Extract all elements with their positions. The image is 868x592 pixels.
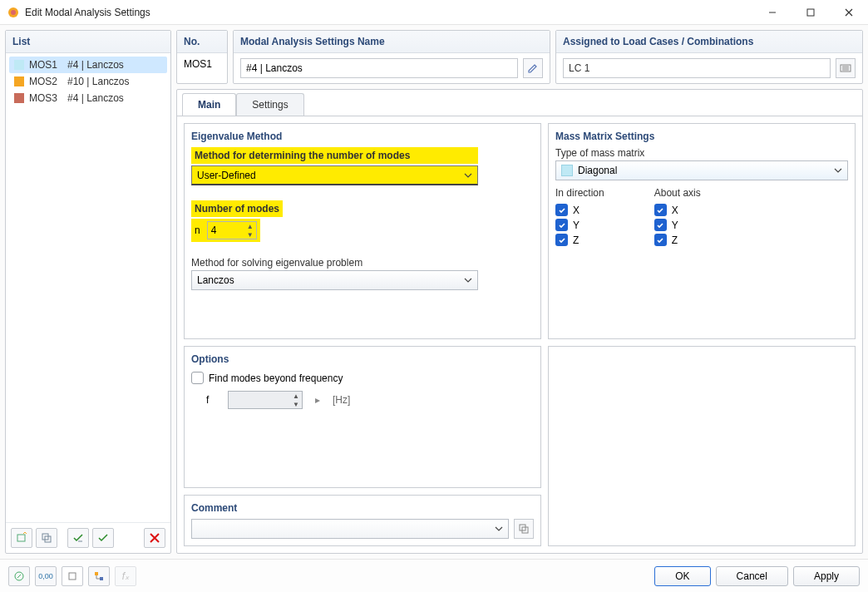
svg-rect-11 [95,572,98,575]
mass-type-select[interactable]: Diagonal [555,160,848,180]
chevron-down-icon [464,171,472,180]
maximize-button[interactable] [792,0,830,25]
check-all-button[interactable] [67,528,89,548]
help-button[interactable] [8,566,30,586]
apply-button[interactable]: Apply [793,566,860,586]
comment-section: Comment [184,495,541,546]
axis-y-checkbox[interactable] [654,219,667,231]
direction-label: In direction [555,187,604,199]
f-symbol: f [206,394,219,406]
list-header: List [6,31,170,53]
list-item-id: MOS2 [29,76,62,87]
axis-y: Y [672,220,678,231]
comment-select[interactable] [191,519,509,539]
tab-settings[interactable]: Settings [236,93,303,116]
spin-down[interactable]: ▼ [244,230,256,239]
find-modes-label: Find modes beyond frequency [209,372,343,384]
copy-item-button[interactable] [36,528,57,548]
no-label: No. [177,31,227,53]
list-item[interactable]: MOS1 #4 | Lanczos [9,57,167,73]
view-button[interactable] [62,566,83,586]
svg-rect-10 [69,573,76,580]
app-icon [7,6,20,19]
axis-x-checkbox[interactable] [654,204,667,216]
options-section: Options Find modes beyond frequency f ▲▼ [184,346,541,488]
name-input[interactable] [240,58,518,78]
method-value: User-Defined [197,170,256,181]
num-label: Number of modes [191,200,283,217]
play-icon: ▸ [311,391,324,409]
axis-label: About axis [654,187,701,199]
axis-z: Z [573,234,579,246]
mass-title: Mass Matrix Settings [555,131,848,142]
axis-z-checkbox[interactable] [654,234,667,246]
list-item[interactable]: MOS3 #4 | Lanczos [9,90,167,106]
num-symbol: n [195,224,200,236]
chevron-down-icon [495,525,503,533]
mass-type-value: Diagonal [578,165,617,176]
cancel-button[interactable]: Cancel [716,566,788,586]
solver-select[interactable]: Lanczos [191,270,478,290]
options-title: Options [191,353,534,365]
f-unit: [Hz] [333,394,350,406]
window-title: Edit Modal Analysis Settings [25,7,150,18]
list-toolbar [6,522,170,553]
svg-rect-2 [807,9,814,16]
list-items: MOS1 #4 | Lanczos MOS2 #10 | Lanczos MOS… [6,53,170,522]
axis-y: Y [573,220,579,231]
spin-up[interactable]: ▲ [244,222,256,230]
list-item-id: MOS1 [29,59,62,71]
delete-button[interactable] [144,528,165,548]
function-button[interactable]: fₓ [115,566,136,586]
chevron-down-icon [464,276,472,284]
dir-x-checkbox[interactable] [555,204,568,216]
check-button[interactable] [92,528,114,548]
tab-main[interactable]: Main [182,93,236,116]
list-item-name: #4 | Lanczos [67,92,124,104]
footer: 0,00 fₓ OK Cancel Apply [0,559,868,592]
list-panel: List MOS1 #4 | Lanczos MOS2 #10 | Lanczo… [5,30,171,554]
empty-panel [548,346,856,546]
assigned-input[interactable] [563,58,831,78]
edit-name-button[interactable] [523,58,543,78]
num-input[interactable] [208,224,238,236]
axis-x: X [573,205,579,216]
close-button[interactable] [830,0,868,25]
chevron-down-icon [834,166,842,175]
dir-y-checkbox[interactable] [555,219,568,231]
no-card: No. MOS1 [176,30,228,84]
color-swatch [14,93,24,103]
minimize-button[interactable] [753,0,792,25]
content-panel: Main Settings Eigenvalue Method Method f… [176,89,863,554]
f-spinner: ▲▼ [228,391,303,409]
comment-title: Comment [191,502,534,514]
axis-x: X [672,205,678,216]
num-spinner[interactable]: ▲▼ [207,221,257,239]
find-modes-checkbox[interactable] [191,372,204,384]
mass-type-label: Type of mass matrix [555,147,848,159]
eigenvalue-title: Eigenvalue Method [191,131,534,142]
list-item[interactable]: MOS2 #10 | Lanczos [9,73,167,90]
color-swatch [14,60,24,70]
svg-rect-3 [17,535,25,541]
new-item-button[interactable] [11,528,32,548]
comment-extra-button[interactable] [514,519,534,539]
mass-section: Mass Matrix Settings Type of mass matrix… [548,123,856,339]
list-item-name: #10 | Lanczos [67,76,130,87]
svg-rect-12 [100,577,103,580]
dir-z-checkbox[interactable] [555,234,568,246]
method-label: Method for determining the number of mod… [191,147,478,164]
ok-button[interactable]: OK [654,566,710,586]
list-item-name: #4 | Lanczos [67,59,124,71]
name-card: Modal Analysis Settings Name [233,30,550,84]
axis-z: Z [672,234,678,246]
no-value: MOS1 [177,53,227,75]
units-button[interactable]: 0,00 [35,566,57,586]
assigned-browse-button[interactable] [836,58,856,78]
assigned-label: Assigned to Load Cases / Combinations [556,31,862,53]
solver-label: Method for solving eigenvalue problem [191,257,534,269]
tree-button[interactable] [88,566,110,586]
list-item-id: MOS3 [29,92,62,104]
method-select[interactable]: User-Defined [191,165,478,185]
f-input [229,394,259,406]
